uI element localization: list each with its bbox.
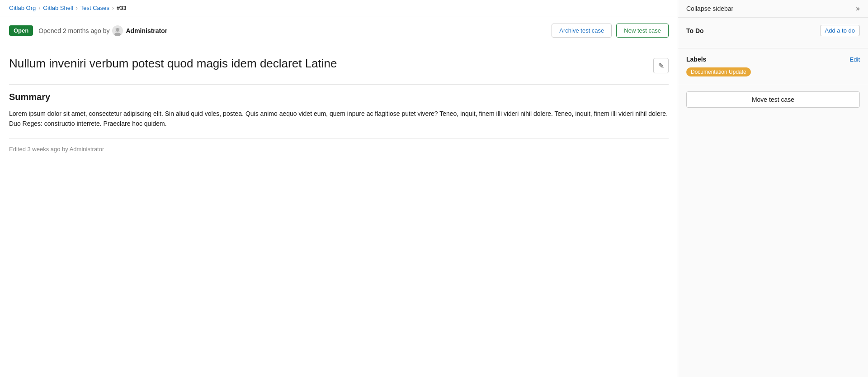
breadcrumb-current: #33 — [117, 5, 127, 11]
labels-section-header: Labels Edit — [686, 56, 860, 63]
breadcrumb-gitlab-org[interactable]: Gitlab Org — [9, 5, 36, 11]
case-title-section: Nullum inveniri verbum potest quod magis… — [0, 45, 678, 79]
breadcrumb-sep-2: › — [76, 5, 78, 11]
breadcrumb-gitlab-shell[interactable]: Gitlab Shell — [43, 5, 73, 11]
page-layout: Gitlab Org › Gitlab Shell › Test Cases ›… — [0, 0, 868, 377]
case-header-left: Open Opened 2 months ago by — [9, 25, 167, 36]
sidebar: Collapse sidebar » To Do Add a to do Lab… — [678, 0, 868, 377]
todo-section-title: To Do — [686, 27, 704, 34]
move-test-case-button[interactable]: Move test case — [686, 91, 860, 108]
labels-section-title: Labels — [686, 56, 706, 63]
labels-edit-link[interactable]: Edit — [850, 56, 860, 63]
svg-point-3 — [115, 29, 116, 29]
summary-heading: Summary — [9, 92, 669, 102]
todo-section-header: To Do Add a to do — [686, 25, 860, 36]
edit-title-button[interactable]: ✎ — [653, 58, 669, 73]
avatar — [112, 25, 123, 36]
case-body: Summary Lorem ipsum dolor sit amet, cons… — [0, 84, 678, 162]
body-text: Lorem ipsum dolor sit amet, consectetur … — [9, 109, 669, 129]
svg-point-5 — [115, 31, 116, 32]
collapse-sidebar-button[interactable]: » — [856, 5, 860, 13]
archive-test-case-button[interactable]: Archive test case — [552, 24, 612, 38]
labels-list: Documentation Update — [686, 67, 860, 76]
body-divider — [9, 84, 669, 85]
new-test-case-button[interactable]: New test case — [616, 24, 669, 38]
pencil-icon: ✎ — [658, 62, 664, 70]
add-todo-button[interactable]: Add a to do — [820, 25, 860, 36]
case-meta: Opened 2 months ago by — [38, 25, 167, 36]
svg-point-6 — [119, 31, 120, 32]
svg-point-2 — [114, 33, 121, 36]
collapse-sidebar-label: Collapse sidebar — [686, 5, 733, 12]
breadcrumb-test-cases[interactable]: Test Cases — [80, 5, 109, 11]
case-header: Open Opened 2 months ago by — [0, 16, 678, 45]
case-author: Administrator — [126, 27, 167, 34]
todo-section: To Do Add a to do — [678, 18, 868, 48]
case-title: Nullum inveniri verbum potest quod magis… — [9, 56, 648, 72]
breadcrumb-sep-3: › — [112, 5, 114, 11]
labels-section: Labels Edit Documentation Update — [678, 48, 868, 84]
breadcrumb: Gitlab Org › Gitlab Shell › Test Cases ›… — [0, 0, 678, 16]
case-header-right: Archive test case New test case — [552, 24, 669, 38]
move-section: Move test case — [678, 84, 868, 115]
edited-meta: Edited 3 weeks ago by Administrator — [9, 138, 669, 153]
svg-point-1 — [116, 28, 119, 32]
label-badge-documentation-update[interactable]: Documentation Update — [686, 67, 751, 76]
breadcrumb-sep-1: › — [38, 5, 40, 11]
sidebar-top: Collapse sidebar » — [678, 0, 868, 18]
main-content-area: Gitlab Org › Gitlab Shell › Test Cases ›… — [0, 0, 678, 377]
case-title-row: Nullum inveniri verbum potest quod magis… — [9, 56, 669, 73]
svg-point-4 — [119, 29, 120, 29]
status-badge: Open — [9, 25, 33, 36]
case-meta-text: Opened 2 months ago by — [38, 27, 109, 34]
